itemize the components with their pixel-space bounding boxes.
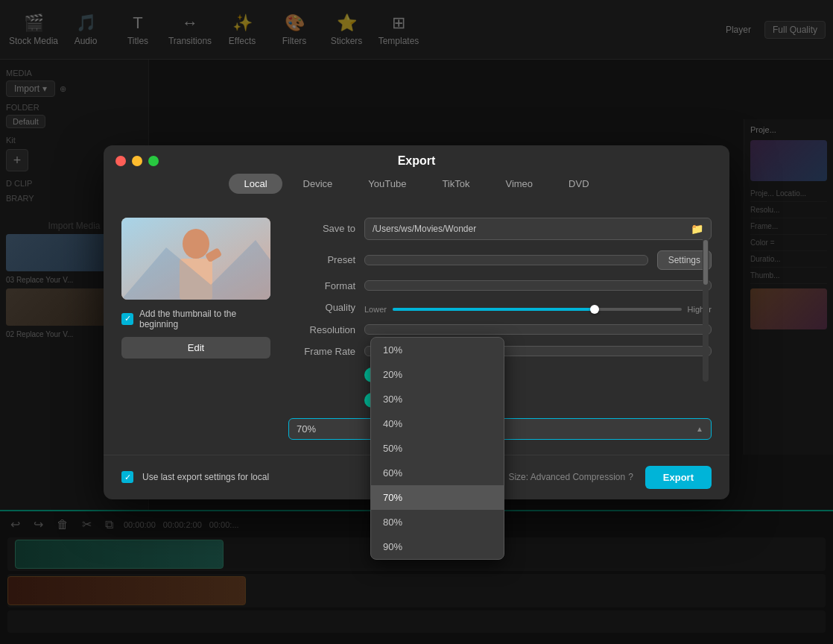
use-last-settings-label: Use last export settings for local xyxy=(142,472,269,482)
quality-option-40[interactable]: 40% xyxy=(371,411,504,436)
maximize-button[interactable] xyxy=(148,156,159,166)
quality-slider[interactable] xyxy=(393,308,682,311)
folder-icon[interactable]: 📁 xyxy=(691,223,703,235)
dialog-title: Export xyxy=(398,154,436,168)
size-text: Size: Advanced Compression xyxy=(508,472,625,482)
chevron-up-icon: ▲ xyxy=(696,425,703,433)
preset-label: Preset xyxy=(288,254,355,265)
add-thumbnail-checkbox[interactable]: ✓ xyxy=(121,313,133,325)
dialog-left-panel: ✓ Add the thumbnail to the beginning Edi… xyxy=(121,218,270,440)
use-last-settings-checkbox[interactable]: ✓ xyxy=(121,471,133,483)
quality-option-10[interactable]: 10% xyxy=(371,338,504,362)
dialog-tabs: Local Device YouTube TikTok Vimeo DVD xyxy=(104,174,729,206)
preview-thumbnail xyxy=(121,218,270,300)
quality-option-90[interactable]: 90% xyxy=(371,534,504,559)
save-to-value: /Users/ws/Movies/Wonder xyxy=(373,224,476,234)
quality-option-80[interactable]: 80% xyxy=(371,510,504,534)
quality-option-60[interactable]: 60% xyxy=(371,461,504,485)
quality-row: Quality Lower Higher xyxy=(288,302,712,314)
save-to-input[interactable]: /Users/ws/Movies/Wonder 📁 xyxy=(364,218,712,240)
tab-tiktok[interactable]: TikTok xyxy=(427,174,484,194)
add-thumbnail-label: Add the thumbnail to the beginning xyxy=(139,309,270,329)
quality-label: Quality xyxy=(288,302,355,313)
slider-lower-label: Lower xyxy=(364,305,387,314)
dialog-overlay: Export Local Device YouTube TikTok Vimeo… xyxy=(0,0,833,644)
tab-device[interactable]: Device xyxy=(288,174,348,194)
frame-rate-label: Frame Rate xyxy=(288,346,355,357)
resolution-input[interactable] xyxy=(364,324,712,335)
dialog-scrollbar[interactable] xyxy=(703,233,709,382)
edit-button[interactable]: Edit xyxy=(121,337,270,359)
quality-option-50[interactable]: 50% xyxy=(371,436,504,461)
export-button[interactable]: Export xyxy=(645,466,712,489)
save-to-row: Save to /Users/ws/Movies/Wonder 📁 xyxy=(288,218,712,240)
dialog-content: ✓ Add the thumbnail to the beginning Edi… xyxy=(104,206,729,455)
quality-option-20[interactable]: 20% xyxy=(371,362,504,387)
minimize-button[interactable] xyxy=(132,156,142,166)
traffic-lights xyxy=(115,156,159,166)
add-thumbnail-row: ✓ Add the thumbnail to the beginning xyxy=(121,309,270,329)
dialog-titlebar: Export xyxy=(104,145,729,174)
size-info-icon[interactable]: ? xyxy=(628,472,633,482)
resolution-row: Resolution xyxy=(288,324,712,335)
quality-selected-value: 70% xyxy=(297,423,316,435)
save-to-label: Save to xyxy=(288,223,355,234)
preset-row: Preset Settings xyxy=(288,250,712,270)
format-row: Format xyxy=(288,280,712,291)
size-text-wrapper: Size: Advanced Compression ? xyxy=(508,472,633,482)
quality-option-30[interactable]: 30% xyxy=(371,387,504,411)
preset-input[interactable] xyxy=(364,255,648,265)
svg-point-1 xyxy=(183,229,209,259)
tab-youtube[interactable]: YouTube xyxy=(353,174,421,194)
quality-option-70[interactable]: 70% xyxy=(371,485,504,510)
resolution-label: Resolution xyxy=(288,324,355,335)
export-dialog: Export Local Device YouTube TikTok Vimeo… xyxy=(104,145,729,499)
tab-local[interactable]: Local xyxy=(229,174,282,194)
dialog-scrollbar-thumb xyxy=(703,240,708,285)
close-button[interactable] xyxy=(115,156,126,166)
tab-vimeo[interactable]: Vimeo xyxy=(490,174,548,194)
quality-dropdown-popup: 10% 20% 30% 40% 50% 60% 70% 80% 90% xyxy=(370,337,504,560)
format-label: Format xyxy=(288,280,355,291)
tab-dvd[interactable]: DVD xyxy=(554,174,604,194)
quality-slider-row: Lower Higher xyxy=(364,305,712,314)
format-input[interactable] xyxy=(364,280,712,291)
dialog-right-panel: Save to /Users/ws/Movies/Wonder 📁 Preset… xyxy=(288,218,712,440)
